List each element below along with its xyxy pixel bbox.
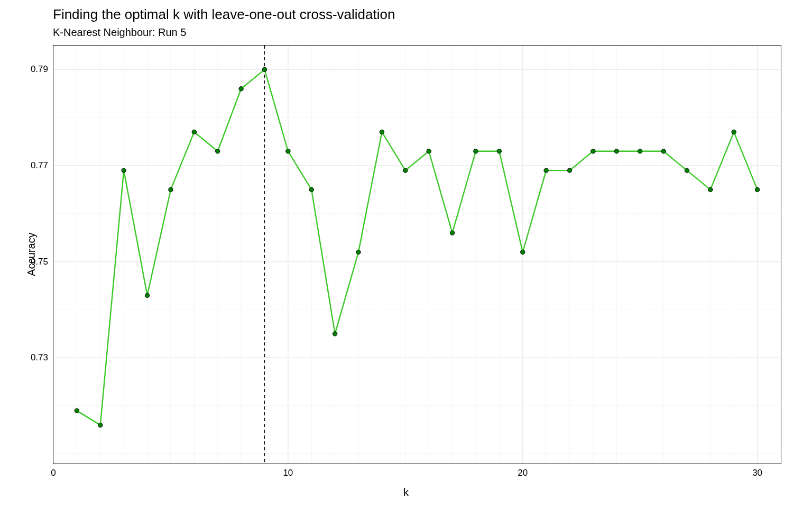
x-tick-label: 10: [283, 468, 293, 478]
data-point: [474, 149, 478, 153]
data-point: [544, 168, 548, 173]
data-point: [145, 293, 149, 297]
data-point: [192, 130, 196, 134]
data-point: [380, 130, 384, 134]
data-point: [169, 187, 173, 192]
data-point: [286, 149, 290, 153]
data-point: [262, 67, 266, 71]
x-tick-label: 0: [51, 468, 56, 478]
data-point: [122, 168, 126, 173]
plot-svg: [53, 46, 781, 464]
y-tick-label: 0.77: [19, 160, 48, 171]
data-point: [98, 423, 103, 427]
y-tick-label: 0.75: [19, 257, 48, 267]
data-point: [497, 149, 501, 153]
data-point: [685, 168, 689, 173]
chart-title: Finding the optimal k with leave-one-out…: [53, 6, 395, 23]
data-point: [75, 409, 79, 413]
x-tick-label: 20: [518, 468, 528, 478]
data-point: [614, 149, 619, 153]
plot-panel: [53, 45, 781, 464]
data-point: [661, 149, 666, 153]
x-tick-label: 30: [752, 468, 762, 478]
chart-container: Finding the optimal k with leave-one-out…: [0, 0, 812, 508]
data-point: [333, 332, 337, 336]
data-point: [239, 87, 243, 91]
data-point: [450, 231, 454, 235]
data-point: [591, 149, 595, 153]
data-point: [403, 168, 408, 173]
data-point: [567, 168, 571, 173]
y-axis-label: Accuracy: [10, 0, 53, 508]
data-point: [521, 250, 525, 254]
y-tick-label: 0.73: [19, 352, 48, 363]
data-point: [309, 187, 313, 192]
data-point: [755, 187, 759, 192]
x-axis-label: k: [0, 486, 812, 498]
accuracy-line: [77, 69, 757, 425]
data-point: [638, 149, 642, 153]
chart-subtitle: K-Nearest Neighbour: Run 5: [53, 26, 186, 39]
data-point: [427, 149, 431, 153]
data-point: [356, 250, 361, 254]
y-tick-label: 0.79: [19, 64, 48, 75]
data-point: [708, 187, 713, 192]
data-point: [732, 130, 736, 134]
data-point: [216, 149, 220, 153]
